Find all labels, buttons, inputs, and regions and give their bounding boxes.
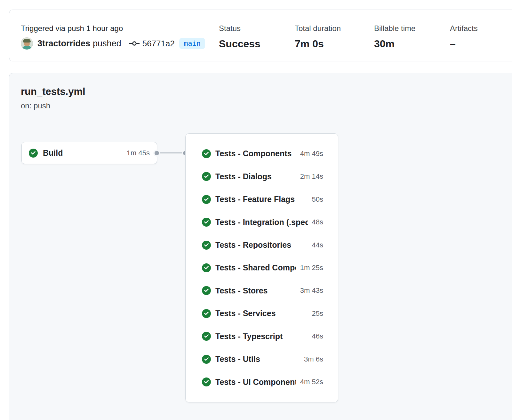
actor-name-link[interactable]: 3tractorrides	[37, 39, 90, 49]
stat-value: Success	[219, 38, 260, 50]
workflow-graph-panel: run_tests.yml on: push Build 1m 45s Test…	[9, 73, 512, 420]
stat-value: –	[450, 38, 478, 50]
job-name: Tests - Feature Flags	[215, 195, 308, 204]
stat-billable-time: Billable time 30m	[374, 24, 415, 50]
job-duration: 4m 49s	[300, 150, 323, 158]
job-row[interactable]: Tests - Services 25s	[186, 302, 338, 325]
job-row[interactable]: Tests - Utils 3m 6s	[186, 348, 338, 370]
commit-sha-link[interactable]: 56771a2	[142, 39, 175, 49]
workflow-trigger: on: push	[21, 101, 50, 110]
git-commit-icon	[129, 38, 140, 49]
job-row[interactable]: Tests - Dialogs 2m 14s	[186, 165, 338, 188]
workflow-file-name: run_tests.yml	[21, 86, 85, 97]
check-circle-icon	[202, 286, 211, 295]
job-name: Tests - Stores	[215, 286, 296, 295]
job-name: Build	[43, 148, 63, 158]
job-duration: 44s	[312, 241, 323, 249]
job-duration: 50s	[312, 195, 323, 204]
stat-value: 7m 0s	[295, 38, 341, 50]
job-name: Tests - UI Components	[215, 377, 296, 387]
check-circle-icon	[202, 195, 211, 204]
job-name: Tests - Integration (.spec)	[215, 218, 308, 227]
stat-value: 30m	[374, 38, 415, 50]
check-circle-icon	[29, 149, 38, 158]
job-row[interactable]: Tests - Stores 3m 43s	[186, 279, 338, 302]
job-name: Tests - Repositories	[215, 240, 308, 250]
check-circle-icon	[202, 377, 211, 386]
actor-action: pushed	[93, 39, 121, 49]
avatar-cap	[23, 39, 31, 43]
check-circle-icon	[202, 241, 211, 250]
branch-badge[interactable]: main	[179, 38, 205, 49]
job-duration: 1m 25s	[300, 264, 323, 272]
check-circle-icon	[202, 309, 211, 318]
job-duration: 4m 52s	[300, 378, 323, 386]
job-row[interactable]: Tests - Integration (.spec) 48s	[186, 211, 338, 233]
job-row[interactable]: Tests - Shared Compo... 1m 25s	[186, 256, 338, 279]
job-name: Tests - Components	[215, 149, 296, 158]
test-jobs-card: Tests - Components 4m 49s Tests - Dialog…	[185, 133, 338, 402]
check-circle-icon	[202, 332, 211, 341]
stat-label: Status	[219, 24, 260, 33]
avatar-shirt	[22, 46, 32, 50]
job-name: Tests - Services	[215, 309, 308, 318]
job-row[interactable]: Tests - Repositories 44s	[186, 234, 338, 256]
job-duration: 48s	[312, 218, 323, 226]
stat-label: Artifacts	[450, 24, 478, 33]
job-row[interactable]: Tests - Typescript 46s	[186, 325, 338, 348]
job-node-build[interactable]: Build 1m 45s	[21, 142, 157, 164]
trigger-label: Triggered via push 1 hour ago	[21, 24, 123, 33]
check-circle-icon	[202, 355, 211, 364]
stat-status: Status Success	[219, 24, 260, 50]
job-duration: 46s	[312, 332, 323, 340]
run-summary-card: Triggered via push 1 hour ago 3tractorri…	[9, 10, 512, 61]
check-circle-icon	[202, 263, 211, 272]
job-name: Tests - Utils	[215, 354, 300, 364]
job-name: Tests - Shared Compo...	[215, 263, 296, 272]
stat-label: Total duration	[295, 24, 341, 33]
job-duration: 3m 43s	[300, 286, 323, 295]
stat-artifacts: Artifacts –	[450, 24, 478, 50]
stat-total-duration: Total duration 7m 0s	[295, 24, 341, 50]
job-duration: 1m 45s	[127, 149, 150, 157]
job-row[interactable]: Tests - UI Components 4m 52s	[186, 371, 338, 393]
job-name: Tests - Dialogs	[215, 172, 296, 181]
check-circle-icon	[202, 149, 211, 158]
actor-row: 3tractorrides pushed 56771a2 main	[21, 37, 205, 50]
job-name: Tests - Typescript	[215, 332, 308, 341]
job-duration: 3m 6s	[304, 355, 323, 363]
stat-label: Billable time	[374, 24, 415, 33]
job-duration: 2m 14s	[300, 172, 323, 181]
check-circle-icon	[202, 172, 211, 181]
job-duration: 25s	[312, 309, 323, 318]
job-row[interactable]: Tests - Components 4m 49s	[186, 142, 338, 165]
job-row[interactable]: Tests - Feature Flags 50s	[186, 188, 338, 211]
avatar[interactable]	[21, 37, 33, 50]
check-circle-icon	[202, 218, 211, 227]
connector-dot-left	[155, 151, 159, 155]
workflow-run-page: Triggered via push 1 hour ago 3tractorri…	[0, 0, 512, 420]
connector-line	[157, 152, 185, 153]
